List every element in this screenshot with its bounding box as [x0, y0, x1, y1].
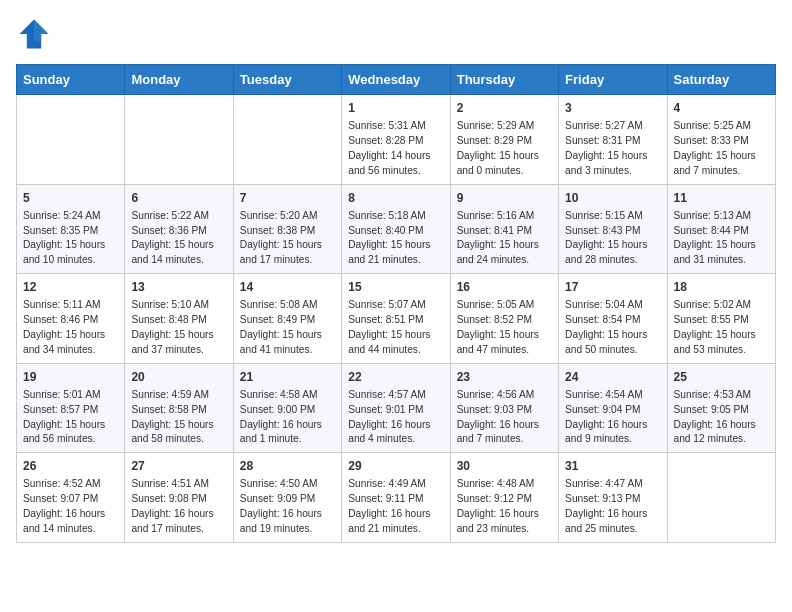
day-number: 17 [565, 279, 660, 296]
calendar-cell: 17Sunrise: 5:04 AM Sunset: 8:54 PM Dayli… [559, 274, 667, 364]
day-number: 30 [457, 458, 552, 475]
calendar-cell: 31Sunrise: 4:47 AM Sunset: 9:13 PM Dayli… [559, 453, 667, 543]
day-number: 19 [23, 369, 118, 386]
calendar-cell: 30Sunrise: 4:48 AM Sunset: 9:12 PM Dayli… [450, 453, 558, 543]
calendar-week-row: 26Sunrise: 4:52 AM Sunset: 9:07 PM Dayli… [17, 453, 776, 543]
calendar-cell: 2Sunrise: 5:29 AM Sunset: 8:29 PM Daylig… [450, 95, 558, 185]
column-header-friday: Friday [559, 65, 667, 95]
day-number: 2 [457, 100, 552, 117]
day-info: Sunrise: 4:59 AM Sunset: 8:58 PM Dayligh… [131, 388, 226, 447]
calendar-cell: 3Sunrise: 5:27 AM Sunset: 8:31 PM Daylig… [559, 95, 667, 185]
column-header-monday: Monday [125, 65, 233, 95]
calendar-week-row: 12Sunrise: 5:11 AM Sunset: 8:46 PM Dayli… [17, 274, 776, 364]
day-number: 6 [131, 190, 226, 207]
calendar-cell [125, 95, 233, 185]
day-number: 9 [457, 190, 552, 207]
calendar-cell: 29Sunrise: 4:49 AM Sunset: 9:11 PM Dayli… [342, 453, 450, 543]
calendar-cell: 27Sunrise: 4:51 AM Sunset: 9:08 PM Dayli… [125, 453, 233, 543]
calendar-cell: 6Sunrise: 5:22 AM Sunset: 8:36 PM Daylig… [125, 184, 233, 274]
day-info: Sunrise: 4:49 AM Sunset: 9:11 PM Dayligh… [348, 477, 443, 536]
day-info: Sunrise: 4:48 AM Sunset: 9:12 PM Dayligh… [457, 477, 552, 536]
calendar-cell [17, 95, 125, 185]
day-number: 24 [565, 369, 660, 386]
calendar-cell: 20Sunrise: 4:59 AM Sunset: 8:58 PM Dayli… [125, 363, 233, 453]
day-info: Sunrise: 5:29 AM Sunset: 8:29 PM Dayligh… [457, 119, 552, 178]
day-info: Sunrise: 5:05 AM Sunset: 8:52 PM Dayligh… [457, 298, 552, 357]
calendar-cell: 11Sunrise: 5:13 AM Sunset: 8:44 PM Dayli… [667, 184, 775, 274]
calendar-cell: 5Sunrise: 5:24 AM Sunset: 8:35 PM Daylig… [17, 184, 125, 274]
day-info: Sunrise: 4:56 AM Sunset: 9:03 PM Dayligh… [457, 388, 552, 447]
day-info: Sunrise: 5:18 AM Sunset: 8:40 PM Dayligh… [348, 209, 443, 268]
calendar-week-row: 19Sunrise: 5:01 AM Sunset: 8:57 PM Dayli… [17, 363, 776, 453]
column-header-saturday: Saturday [667, 65, 775, 95]
day-info: Sunrise: 5:08 AM Sunset: 8:49 PM Dayligh… [240, 298, 335, 357]
calendar-cell: 18Sunrise: 5:02 AM Sunset: 8:55 PM Dayli… [667, 274, 775, 364]
day-number: 26 [23, 458, 118, 475]
day-info: Sunrise: 5:27 AM Sunset: 8:31 PM Dayligh… [565, 119, 660, 178]
day-number: 27 [131, 458, 226, 475]
day-number: 4 [674, 100, 769, 117]
calendar-cell: 12Sunrise: 5:11 AM Sunset: 8:46 PM Dayli… [17, 274, 125, 364]
day-info: Sunrise: 4:54 AM Sunset: 9:04 PM Dayligh… [565, 388, 660, 447]
calendar-cell [667, 453, 775, 543]
day-info: Sunrise: 4:47 AM Sunset: 9:13 PM Dayligh… [565, 477, 660, 536]
column-header-sunday: Sunday [17, 65, 125, 95]
day-number: 21 [240, 369, 335, 386]
day-info: Sunrise: 5:07 AM Sunset: 8:51 PM Dayligh… [348, 298, 443, 357]
calendar-cell: 15Sunrise: 5:07 AM Sunset: 8:51 PM Dayli… [342, 274, 450, 364]
day-info: Sunrise: 5:31 AM Sunset: 8:28 PM Dayligh… [348, 119, 443, 178]
calendar-cell: 8Sunrise: 5:18 AM Sunset: 8:40 PM Daylig… [342, 184, 450, 274]
logo-icon [16, 16, 52, 52]
calendar-cell: 19Sunrise: 5:01 AM Sunset: 8:57 PM Dayli… [17, 363, 125, 453]
calendar-cell: 25Sunrise: 4:53 AM Sunset: 9:05 PM Dayli… [667, 363, 775, 453]
calendar-week-row: 5Sunrise: 5:24 AM Sunset: 8:35 PM Daylig… [17, 184, 776, 274]
day-number: 10 [565, 190, 660, 207]
day-info: Sunrise: 5:22 AM Sunset: 8:36 PM Dayligh… [131, 209, 226, 268]
column-header-tuesday: Tuesday [233, 65, 341, 95]
day-number: 16 [457, 279, 552, 296]
calendar-table: SundayMondayTuesdayWednesdayThursdayFrid… [16, 64, 776, 543]
day-number: 5 [23, 190, 118, 207]
day-info: Sunrise: 5:04 AM Sunset: 8:54 PM Dayligh… [565, 298, 660, 357]
day-info: Sunrise: 4:53 AM Sunset: 9:05 PM Dayligh… [674, 388, 769, 447]
page-header [16, 16, 776, 52]
day-info: Sunrise: 5:02 AM Sunset: 8:55 PM Dayligh… [674, 298, 769, 357]
day-number: 8 [348, 190, 443, 207]
day-info: Sunrise: 5:16 AM Sunset: 8:41 PM Dayligh… [457, 209, 552, 268]
calendar-cell: 26Sunrise: 4:52 AM Sunset: 9:07 PM Dayli… [17, 453, 125, 543]
calendar-cell: 21Sunrise: 4:58 AM Sunset: 9:00 PM Dayli… [233, 363, 341, 453]
day-info: Sunrise: 5:25 AM Sunset: 8:33 PM Dayligh… [674, 119, 769, 178]
calendar-cell [233, 95, 341, 185]
calendar-cell: 22Sunrise: 4:57 AM Sunset: 9:01 PM Dayli… [342, 363, 450, 453]
logo [16, 16, 56, 52]
day-number: 18 [674, 279, 769, 296]
calendar-cell: 9Sunrise: 5:16 AM Sunset: 8:41 PM Daylig… [450, 184, 558, 274]
day-info: Sunrise: 5:01 AM Sunset: 8:57 PM Dayligh… [23, 388, 118, 447]
day-number: 13 [131, 279, 226, 296]
calendar-week-row: 1Sunrise: 5:31 AM Sunset: 8:28 PM Daylig… [17, 95, 776, 185]
day-info: Sunrise: 4:51 AM Sunset: 9:08 PM Dayligh… [131, 477, 226, 536]
day-number: 3 [565, 100, 660, 117]
calendar-cell: 28Sunrise: 4:50 AM Sunset: 9:09 PM Dayli… [233, 453, 341, 543]
column-header-thursday: Thursday [450, 65, 558, 95]
day-number: 22 [348, 369, 443, 386]
day-number: 20 [131, 369, 226, 386]
calendar-cell: 14Sunrise: 5:08 AM Sunset: 8:49 PM Dayli… [233, 274, 341, 364]
column-header-wednesday: Wednesday [342, 65, 450, 95]
svg-marker-1 [34, 20, 48, 42]
calendar-cell: 16Sunrise: 5:05 AM Sunset: 8:52 PM Dayli… [450, 274, 558, 364]
calendar-cell: 24Sunrise: 4:54 AM Sunset: 9:04 PM Dayli… [559, 363, 667, 453]
day-number: 23 [457, 369, 552, 386]
day-info: Sunrise: 5:13 AM Sunset: 8:44 PM Dayligh… [674, 209, 769, 268]
day-number: 11 [674, 190, 769, 207]
day-number: 25 [674, 369, 769, 386]
day-info: Sunrise: 5:24 AM Sunset: 8:35 PM Dayligh… [23, 209, 118, 268]
day-number: 15 [348, 279, 443, 296]
calendar-cell: 13Sunrise: 5:10 AM Sunset: 8:48 PM Dayli… [125, 274, 233, 364]
day-number: 14 [240, 279, 335, 296]
day-number: 1 [348, 100, 443, 117]
day-info: Sunrise: 4:58 AM Sunset: 9:00 PM Dayligh… [240, 388, 335, 447]
day-number: 7 [240, 190, 335, 207]
day-number: 28 [240, 458, 335, 475]
day-number: 12 [23, 279, 118, 296]
